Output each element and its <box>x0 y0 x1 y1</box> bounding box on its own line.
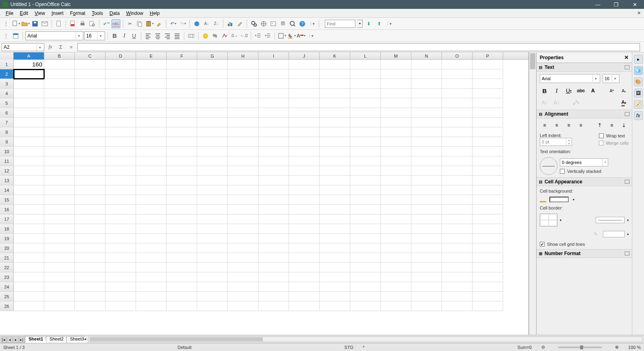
row-header-16[interactable]: 16 <box>0 205 14 214</box>
cell-I17[interactable] <box>258 214 289 224</box>
close-button[interactable]: ✕ <box>625 0 644 9</box>
cell-D4[interactable] <box>105 89 136 98</box>
cell-N16[interactable] <box>411 205 442 214</box>
cell-E13[interactable] <box>136 176 167 185</box>
row-header-10[interactable]: 10 <box>0 147 14 156</box>
cell-B14[interactable] <box>44 185 75 195</box>
cell-I13[interactable] <box>258 176 289 185</box>
cell-N18[interactable] <box>411 224 442 234</box>
cell-D19[interactable] <box>105 234 136 243</box>
cell-D18[interactable] <box>105 224 136 234</box>
panel-valign-middle[interactable]: ≡ <box>607 121 617 130</box>
row-header-6[interactable]: 6 <box>0 108 14 118</box>
tab-prev-button[interactable]: ◂ <box>7 336 12 343</box>
cell-I1[interactable] <box>258 60 289 69</box>
text-section-header[interactable]: ⊟Text <box>537 63 632 72</box>
cell-G17[interactable] <box>197 214 228 224</box>
cell-H20[interactable] <box>228 243 258 253</box>
cell-J24[interactable] <box>289 282 320 292</box>
cut-button[interactable]: ✂ <box>126 19 134 28</box>
email-button[interactable] <box>40 19 49 28</box>
cell-P14[interactable] <box>473 185 503 195</box>
cell-M19[interactable] <box>381 234 411 243</box>
cell-I22[interactable] <box>258 263 289 272</box>
handle-icon[interactable]: ⋮ <box>2 19 10 28</box>
cell-O23[interactable] <box>442 272 473 282</box>
cell-P6[interactable] <box>473 108 503 118</box>
cell-G9[interactable] <box>197 137 228 147</box>
cell-F20[interactable] <box>167 243 197 253</box>
decrease-indent-button[interactable] <box>254 31 262 40</box>
cell-I8[interactable] <box>258 127 289 137</box>
cell-N21[interactable] <box>411 253 442 263</box>
row-header-20[interactable]: 20 <box>0 243 14 253</box>
find-prev-button[interactable]: ⬆ <box>375 19 384 28</box>
spellcheck-button[interactable]: ✔ᴬᴮ <box>102 19 111 28</box>
cell-F23[interactable] <box>167 272 197 282</box>
cell-G11[interactable] <box>197 156 228 166</box>
panel-valign-top[interactable]: ⤒ <box>595 121 605 130</box>
borders-button[interactable]: ▾ <box>277 31 286 40</box>
horizontal-scrollbar[interactable]: ◂▸ <box>89 336 642 342</box>
cell-O17[interactable] <box>442 214 473 224</box>
cell-H17[interactable] <box>228 214 258 224</box>
status-sum[interactable]: Sum=0 <box>518 345 532 350</box>
bold-button[interactable]: B <box>110 31 119 40</box>
cell-O24[interactable] <box>442 282 473 292</box>
cell-D17[interactable] <box>105 214 136 224</box>
sidebar-expand-icon[interactable]: ▸ <box>634 55 643 64</box>
cell-B25[interactable] <box>44 292 75 301</box>
cell-G21[interactable] <box>197 253 228 263</box>
function-equals-button[interactable]: = <box>67 43 76 52</box>
cell-A10[interactable] <box>14 147 44 156</box>
standard-format-button[interactable] <box>220 31 229 40</box>
cell-N9[interactable] <box>411 137 442 147</box>
cell-H14[interactable] <box>228 185 258 195</box>
cell-G20[interactable] <box>197 243 228 253</box>
cell-F9[interactable] <box>167 137 197 147</box>
cell-P17[interactable] <box>473 214 503 224</box>
cell-F19[interactable] <box>167 234 197 243</box>
cell-C24[interactable] <box>75 282 105 292</box>
cell-H7[interactable] <box>228 118 258 127</box>
cell-M8[interactable] <box>381 127 411 137</box>
cell-E4[interactable] <box>136 89 167 98</box>
panel-font-combo[interactable]: Arial▾ <box>540 74 600 83</box>
cell-J11[interactable] <box>289 156 320 166</box>
row-header-14[interactable]: 14 <box>0 185 14 195</box>
cell-E24[interactable] <box>136 282 167 292</box>
cell-L14[interactable] <box>350 185 381 195</box>
cell-O26[interactable] <box>442 301 473 311</box>
cell-I4[interactable] <box>258 89 289 98</box>
cell-D15[interactable] <box>105 195 136 205</box>
cell-J22[interactable] <box>289 263 320 272</box>
data-sources-button[interactable] <box>279 19 287 28</box>
cell-N12[interactable] <box>411 166 442 176</box>
help-button[interactable]: ? <box>298 19 307 28</box>
cell-M1[interactable] <box>381 60 411 69</box>
border-color-pencil-icon[interactable]: ✎ <box>591 230 601 239</box>
cell-E10[interactable] <box>136 147 167 156</box>
cell-O15[interactable] <box>442 195 473 205</box>
cell-B23[interactable] <box>44 272 75 282</box>
cell-P21[interactable] <box>473 253 503 263</box>
cell-C21[interactable] <box>75 253 105 263</box>
column-header-L[interactable]: L <box>350 52 381 60</box>
cell-O19[interactable] <box>442 234 473 243</box>
cell-B9[interactable] <box>44 137 75 147</box>
cell-L21[interactable] <box>350 253 381 263</box>
cell-P19[interactable] <box>473 234 503 243</box>
cell-G2[interactable] <box>197 69 228 79</box>
cell-C4[interactable] <box>75 89 105 98</box>
cell-G6[interactable] <box>197 108 228 118</box>
row-header-7[interactable]: 7 <box>0 118 14 127</box>
cell-K18[interactable] <box>320 224 350 234</box>
cell-D7[interactable] <box>105 118 136 127</box>
cell-C26[interactable] <box>75 301 105 311</box>
underline-button[interactable]: U <box>130 31 138 40</box>
cell-P11[interactable] <box>473 156 503 166</box>
insert-chart-button[interactable] <box>226 19 235 28</box>
panel-highlight-button[interactable]: 🖍▾ <box>571 98 581 107</box>
cell-J2[interactable] <box>289 69 320 79</box>
row-header-11[interactable]: 11 <box>0 156 14 166</box>
